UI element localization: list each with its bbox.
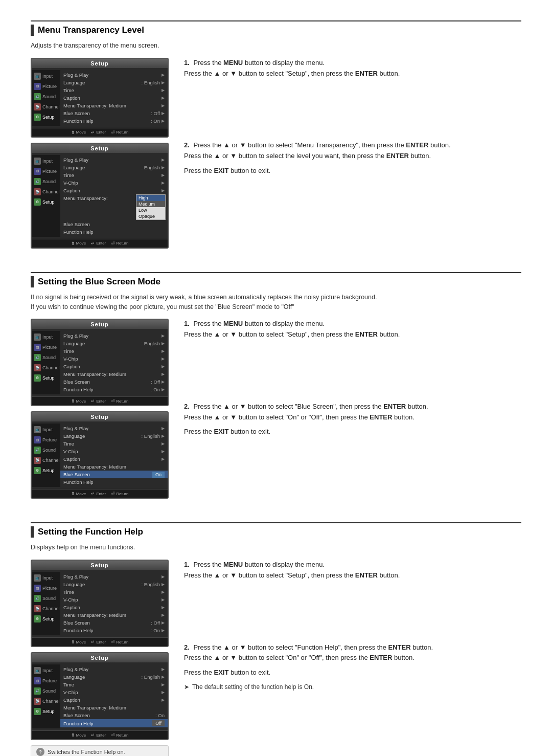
setup-icon-1b: ⚙ — [34, 198, 41, 206]
sidebar-setup-3a: ⚙Setup — [32, 614, 60, 624]
menu-plug-3a: Plug & Play▶ — [63, 573, 165, 581]
menu-vchip-2b: V-Chip▶ — [63, 448, 165, 455]
footer-move-3b: ⬆Move — [71, 732, 86, 738]
tv-title-bar-2a: Setup — [32, 320, 168, 329]
picture-icon-2b: 🖼 — [34, 436, 41, 443]
tv-screen-2b: Setup 📺Input 🖼Picture 🔊Sound 📡Channel ⚙S… — [31, 411, 169, 499]
tv-menu-area-1a: Plug & Play▶ Language: English ▶ Time▶ C… — [60, 70, 168, 126]
setup-icon-3a: ⚙ — [34, 615, 41, 622]
left-col-func: Setup 📺Input 🖼Picture 🔊Sound 📡Channel ⚙S… — [31, 560, 174, 756]
menu-time-3a: Time▶ — [63, 588, 165, 596]
step2-func: 2. Press the ▲ or ▼ button to select "Fu… — [184, 642, 521, 664]
channel-icon-3a: 📡 — [34, 605, 41, 612]
tv-body-2b: 📺Input 🖼Picture 🔊Sound 📡Channel ⚙Setup P… — [32, 421, 168, 489]
menu-lang-3b: Language: English ▶ — [63, 673, 165, 681]
tv-sidebar-1a: 📺 Input 🖼 Picture 🔊 Sound 📡 — [32, 70, 60, 126]
menu-vchip-3b: V-Chip▶ — [63, 688, 165, 696]
func-help-icon: ? — [36, 748, 44, 756]
tv-sidebar-1b: 📺 Input 🖼 Picture 🔊 Sound 📡 — [32, 155, 60, 237]
menu-item-func-1b: Function Help — [63, 228, 165, 236]
menu-item-plug: Plug & Play▶ — [63, 71, 165, 79]
footer-move-1b: ⬆Move — [71, 241, 86, 246]
sound-icon-1a: 🔊 — [34, 93, 41, 100]
menu-blue-2b-sel: Blue ScreenOn — [60, 471, 168, 478]
input-icon-3b: 📺 — [34, 667, 41, 674]
tv-screen-3b: Setup 📺Input 🖼Picture 🔊Sound 📡Channel ⚙S… — [31, 652, 169, 740]
tv-footer-2a: ⬆Move ↵Enter ⏎Return — [32, 396, 168, 405]
tv-footer-1b: ⬆Move ↵Enter ⏎Return — [32, 239, 168, 248]
menu-caption-3a: Caption▶ — [63, 604, 165, 611]
sidebar-setup-3b: ⚙Setup — [32, 706, 60, 717]
dropdown-medium: Medium — [136, 201, 165, 207]
menu-caption-2a: Caption▶ — [63, 363, 165, 370]
sidebar-sound-3b: 🔊Sound — [32, 686, 60, 696]
sidebar-channel-2a: 📡Channel — [32, 363, 60, 373]
sidebar-input-1b: 📺 Input — [32, 156, 60, 166]
menu-blue-3a: Blue Screen: Off ▶ — [63, 619, 165, 627]
sidebar-picture-2b: 🖼Picture — [32, 435, 60, 445]
step1-transparency: 1. Press the MENU button to display the … — [184, 58, 521, 79]
menu-func-2b: Function Help — [63, 478, 165, 486]
picture-icon-1b: 🖼 — [34, 168, 41, 175]
sidebar-channel-2b: 📡Channel — [32, 455, 60, 465]
sidebar-sound-2b: 🔊Sound — [32, 445, 60, 455]
menu-item-vchip-1b: V-Chip▶ — [63, 179, 165, 187]
footer-return-1a: ⏎Return — [111, 130, 128, 135]
menu-trans-3b: Menu Transparency: Medium — [63, 704, 165, 711]
picture-icon-3a: 🖼 — [34, 585, 41, 592]
sound-icon-3a: 🔊 — [34, 595, 41, 602]
step1-blue: 1. Press the MENU button to display the … — [184, 319, 521, 340]
tv-body-3b: 📺Input 🖼Picture 🔊Sound 📡Channel ⚙Setup P… — [32, 662, 168, 730]
sound-icon-2a: 🔊 — [34, 354, 41, 361]
footer-enter-2b: ↵Enter — [91, 491, 106, 496]
right-col-transparency: 1. Press the MENU button to display the … — [184, 58, 521, 254]
tv-footer-1a: ⬆Move ↵Enter ⏎Return — [32, 128, 168, 137]
tv-menu-area-3a: Plug & Play▶ Language: English ▶ Time▶ V… — [60, 572, 168, 635]
input-icon-2b: 📺 — [34, 426, 41, 433]
function-help-bar: ? Switches the Function Help on. — [31, 745, 169, 756]
sidebar-picture-1a: 🖼 Picture — [32, 81, 60, 92]
section-desc-blue: If no signal is being received or the si… — [31, 293, 521, 312]
footer-enter-1a: ↵Enter — [91, 130, 106, 135]
step2-exit-blue: Press the EXIT button to exit. — [184, 427, 521, 437]
step1-func: 1. Press the MENU button to display the … — [184, 560, 521, 581]
section-header-blue: Setting the Blue Screen Mode — [31, 272, 521, 287]
picture-icon-2a: 🖼 — [34, 344, 41, 351]
sidebar-picture-1b: 🖼 Picture — [32, 166, 60, 176]
left-col-transparency: Setup 📺 Input 🖼 Picture 🔊 So — [31, 58, 174, 254]
menu-trans-3a: Menu Transparency: Medium▶ — [63, 611, 165, 619]
content-row-blue: Setup 📺Input 🖼Picture 🔊Sound 📡Channel ⚙S… — [31, 319, 521, 504]
menu-func-3b-sel: Function HelpOff — [60, 719, 168, 727]
tv-body-2a: 📺Input 🖼Picture 🔊Sound 📡Channel ⚙Setup P… — [32, 329, 168, 396]
section-header-func: Setting the Function Help — [31, 522, 521, 538]
sidebar-setup-1b: ⚙ Setup — [32, 197, 60, 207]
footer-move-2a: ⬆Move — [71, 398, 86, 404]
right-col-blue: 1. Press the MENU button to display the … — [184, 319, 521, 504]
note-arrow: ➤ — [184, 682, 189, 692]
tv-footer-2b: ⬆Move ↵Enter ⏎Return — [32, 489, 168, 498]
tv-screen-2a: Setup 📺Input 🖼Picture 🔊Sound 📡Channel ⚙S… — [31, 319, 169, 406]
sidebar-picture-2a: 🖼Picture — [32, 342, 60, 352]
section-blue-screen: Setting the Blue Screen Mode If no signa… — [31, 272, 521, 504]
picture-icon-3b: 🖼 — [34, 677, 41, 684]
menu-time-2b: Time▶ — [63, 440, 165, 448]
channel-icon-3b: 📡 — [34, 698, 41, 705]
section-function-help: Setting the Function Help Displays help … — [31, 522, 521, 756]
header-bar-blue — [31, 276, 34, 287]
tv-footer-3a: ⬆Move ↵Enter ⏎Return — [32, 637, 168, 646]
header-bar — [31, 25, 34, 36]
footer-move-1a: ⬆Move — [71, 130, 86, 135]
step2-exit-func: Press the EXIT button to exit. — [184, 668, 521, 678]
footer-enter-3a: ↵Enter — [91, 639, 106, 644]
content-row-transparency: Setup 📺 Input 🖼 Picture 🔊 So — [31, 58, 521, 254]
menu-item-time-1b: Time▶ — [63, 171, 165, 179]
menu-blue-3b: Blue Screen: On — [63, 711, 165, 719]
menu-item-funchelp: Function Help: On ▶ — [63, 117, 165, 125]
menu-item-plug-1b: Plug & Play▶ — [63, 156, 165, 164]
sidebar-input-1a: 📺 Input — [32, 71, 60, 81]
sidebar-setup-2b: ⚙Setup — [32, 465, 60, 476]
menu-plug-3b: Plug & Play▶ — [63, 665, 165, 673]
tv-menu-area-3b: Plug & Play▶ Language: English ▶ Time▶ V… — [60, 664, 168, 728]
sidebar-input-2a: 📺Input — [32, 332, 60, 342]
menu-time-3b: Time▶ — [63, 681, 165, 688]
